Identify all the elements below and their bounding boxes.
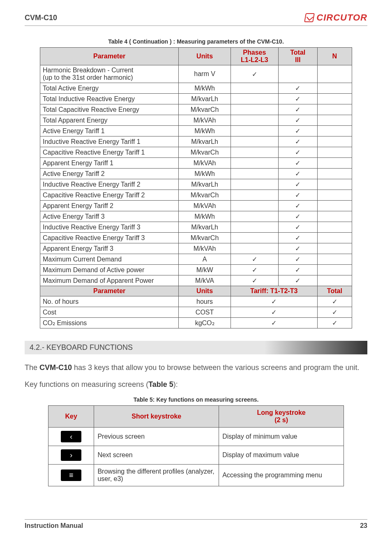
cell-n <box>317 265 352 275</box>
page-header: CVM-C10 CIRCUTOR <box>25 12 367 26</box>
cell-phases <box>231 222 278 233</box>
cell-units: COST <box>179 307 231 318</box>
cell-parameter: Maximum Demand of Active power <box>40 265 179 275</box>
cell-parameter: Apparent Energy Tariff 2 <box>40 201 179 211</box>
cell-units: M/kVAh <box>179 201 231 211</box>
cell-parameter: Total Inductive Reactive Energy <box>40 94 179 104</box>
cell-units: M/kvarLh <box>179 94 231 104</box>
cell-phases <box>231 201 278 211</box>
cell-units: M/kWh <box>179 126 231 136</box>
cell-units: M/kvarCh <box>179 233 231 243</box>
cell-n <box>317 65 352 83</box>
cell-phases <box>231 169 278 179</box>
cell-parameter: Inductive Reactive Energy Tariff 3 <box>40 222 179 233</box>
cell-units: M/kW <box>179 265 231 275</box>
cell-phases <box>231 147 278 158</box>
table-row: Total Capacitive Reactive EnergyM/kvarCh… <box>40 104 352 115</box>
key-icon: ≡ <box>61 469 81 481</box>
cell-n <box>317 179 352 190</box>
table-row: Apparent Energy Tariff 2M/kVAh✓ <box>40 201 352 211</box>
cell-total: ✓ <box>278 94 317 104</box>
cell-total: ✓ <box>278 243 317 254</box>
cell-long: Display of minimum value <box>219 428 344 446</box>
cell-units: kgCO₂ <box>179 318 231 328</box>
cell-n <box>317 222 352 233</box>
cell-total: ✓ <box>278 147 317 158</box>
cell-phases <box>231 83 278 94</box>
cell-phases <box>231 233 278 243</box>
table4-caption: Table 4 ( Continuation ) : Measuring par… <box>25 38 367 45</box>
cell-short: Browsing the different profiles (analyze… <box>94 465 219 486</box>
table5-caption: Table 5: Key functions on measuring scre… <box>25 396 367 403</box>
cell-total: ✓ <box>278 254 317 265</box>
cell-parameter: Total Capacitive Reactive Energy <box>40 104 179 115</box>
cell-total: ✓ <box>278 265 317 275</box>
cell-total: ✓ <box>278 115 317 126</box>
table-row: No. of hourshours✓✓ <box>40 296 352 307</box>
table-row: Harmonic Breakdown - Current (up to the … <box>40 65 352 83</box>
cell-n <box>317 190 352 201</box>
cell-phases: ✓ <box>231 254 278 265</box>
cell-parameter: Cost <box>40 307 179 318</box>
cell-parameter: CO₂ Emissions <box>40 318 179 328</box>
th-units: Units <box>179 48 231 65</box>
cell-parameter: No. of hours <box>40 296 179 307</box>
brand-logo: CIRCUTOR <box>305 12 367 23</box>
cell-units: M/kWh <box>179 83 231 94</box>
table-row: Total Inductive Reactive EnergyM/kvarLh✓ <box>40 94 352 104</box>
cell-n <box>317 158 352 169</box>
cell-tariff: ✓ <box>231 318 317 328</box>
cell-n <box>317 243 352 254</box>
cell-total: ✓ <box>317 296 352 307</box>
cell-units: M/kVA <box>179 275 231 286</box>
cell-parameter: Harmonic Breakdown - Current (up to the … <box>40 65 179 83</box>
table-row: ›Next screenDisplay of maximum value <box>48 446 344 465</box>
th-tariff: Tariff: T1-T2-T3 <box>231 286 317 296</box>
table-row: Capacitive Reactive Energy Tariff 3M/kva… <box>40 233 352 243</box>
brand-name: CIRCUTOR <box>316 12 367 23</box>
table-row: Total Apparent EnergyM/kVAh✓ <box>40 115 352 126</box>
cell-key: ‹ <box>48 428 94 446</box>
table-row: Active Energy Tariff 3M/kWh✓ <box>40 211 352 222</box>
cell-total: ✓ <box>278 169 317 179</box>
cell-parameter: Inductive Reactive Energy Tariff 1 <box>40 136 179 147</box>
cell-n <box>317 275 352 286</box>
cell-total: ✓ <box>278 211 317 222</box>
th-parameter2: Parameter <box>40 286 179 296</box>
table-row: Maximum Demand of Active powerM/kW✓✓ <box>40 265 352 275</box>
cell-key: ≡ <box>48 465 94 486</box>
th-total2: Total <box>317 286 352 296</box>
page-number: 23 <box>360 522 367 530</box>
cell-total: ✓ <box>278 222 317 233</box>
cell-n <box>317 169 352 179</box>
th-units2: Units <box>179 286 231 296</box>
cell-short: Previous screen <box>94 428 219 446</box>
cell-n <box>317 83 352 94</box>
cell-parameter: Maximum Demand of Apparent Power <box>40 275 179 286</box>
cell-n <box>317 233 352 243</box>
table-row: CO₂ EmissionskgCO₂✓✓ <box>40 318 352 328</box>
section-heading: 4.2.- KEYBOARD FUNCTIONS <box>25 341 367 354</box>
cell-n <box>317 147 352 158</box>
th-phases: Phases L1-L2-L3 <box>231 48 278 65</box>
cell-units: M/kVAh <box>179 115 231 126</box>
table-row: Inductive Reactive Energy Tariff 2M/kvar… <box>40 179 352 190</box>
cell-n <box>317 104 352 115</box>
cell-n <box>317 115 352 126</box>
table-row: Total Active EnergyM/kWh✓ <box>40 83 352 94</box>
cell-parameter: Inductive Reactive Energy Tariff 2 <box>40 179 179 190</box>
cell-parameter: Apparent Energy Tariff 1 <box>40 158 179 169</box>
th-parameter: Parameter <box>40 48 179 65</box>
cell-total: ✓ <box>278 104 317 115</box>
cell-parameter: Capacitive Reactive Energy Tariff 2 <box>40 190 179 201</box>
table-row: CostCOST✓✓ <box>40 307 352 318</box>
cell-long: Display of maximum value <box>219 446 344 465</box>
cell-parameter: Capacitive Reactive Energy Tariff 1 <box>40 147 179 158</box>
cell-phases <box>231 94 278 104</box>
th-short: Short keystroke <box>94 406 219 428</box>
cell-total: ✓ <box>278 233 317 243</box>
cell-total: ✓ <box>278 275 317 286</box>
cell-total: ✓ <box>278 136 317 147</box>
cell-parameter: Active Energy Tariff 3 <box>40 211 179 222</box>
table-row: Apparent Energy Tariff 3M/kVAh✓ <box>40 243 352 254</box>
